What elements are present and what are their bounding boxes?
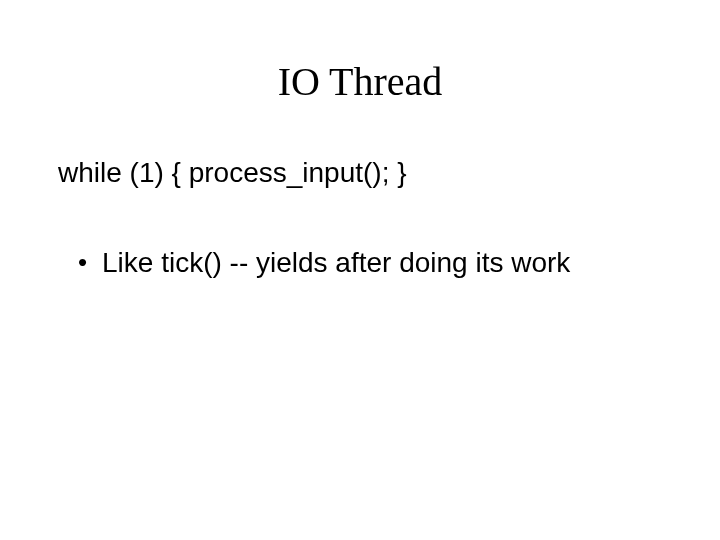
slide-title: IO Thread <box>0 58 720 105</box>
slide-container: IO Thread while (1) { process_input(); }… <box>0 58 720 540</box>
bullet-item: Like tick() -- yields after doing its wo… <box>78 247 720 279</box>
bullet-list: Like tick() -- yields after doing its wo… <box>78 247 720 279</box>
code-snippet: while (1) { process_input(); } <box>58 157 720 189</box>
